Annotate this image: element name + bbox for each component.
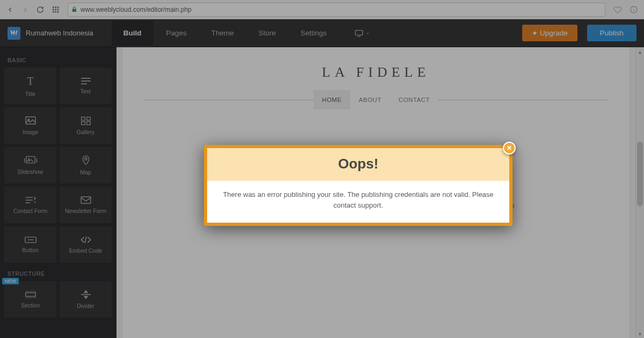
scroll-up-icon[interactable]: ▴ bbox=[636, 47, 644, 56]
device-preview-button[interactable] bbox=[348, 26, 376, 40]
sb-embed-code[interactable]: Embed Code bbox=[60, 226, 112, 263]
sb-title[interactable]: T Title bbox=[4, 68, 56, 104]
svg-rect-8 bbox=[57, 11, 58, 13]
button-icon bbox=[24, 236, 37, 244]
publish-label: Publish bbox=[600, 29, 624, 37]
code-icon bbox=[79, 236, 92, 244]
sidebar: BASIC T Title Text Image bbox=[0, 47, 116, 338]
sb-slideshow[interactable]: Slideshow bbox=[4, 147, 56, 183]
svg-rect-20 bbox=[81, 197, 91, 203]
forward-button[interactable] bbox=[19, 4, 31, 16]
modal-title: Oops! bbox=[207, 156, 509, 172]
nav-home[interactable]: HOME bbox=[313, 90, 350, 109]
nav-about[interactable]: ABOUT bbox=[350, 90, 390, 109]
close-icon: ✕ bbox=[507, 144, 512, 152]
sb-contact-form[interactable]: Contact Form bbox=[4, 187, 56, 223]
svg-rect-14 bbox=[86, 117, 90, 120]
arrow-right-icon bbox=[21, 6, 29, 13]
gallery-icon bbox=[80, 116, 91, 126]
svg-rect-0 bbox=[53, 6, 54, 8]
image-icon bbox=[25, 116, 36, 126]
modal-body: There was an error publishing your site.… bbox=[207, 181, 509, 223]
sb-newsletter-form[interactable]: Newsletter Form bbox=[60, 187, 112, 223]
info-icon[interactable] bbox=[628, 4, 640, 16]
scroll-down-icon[interactable]: ▾ bbox=[636, 329, 644, 338]
w-icon bbox=[10, 29, 18, 38]
svg-rect-6 bbox=[53, 11, 54, 13]
svg-rect-13 bbox=[81, 117, 85, 120]
apps-button[interactable] bbox=[49, 4, 61, 16]
new-badge: NEW bbox=[2, 278, 19, 284]
tab-theme[interactable]: Theme bbox=[200, 20, 246, 46]
svg-point-19 bbox=[84, 158, 86, 160]
publish-button[interactable]: Publish bbox=[587, 25, 636, 41]
tab-settings[interactable]: Settings bbox=[289, 20, 339, 46]
svg-rect-4 bbox=[55, 9, 56, 10]
svg-point-18 bbox=[28, 159, 29, 160]
scroll-track[interactable] bbox=[636, 56, 644, 329]
lightning-icon bbox=[532, 30, 538, 37]
browser-chrome: www.weeblycloud.com/editor/main.php bbox=[0, 0, 644, 19]
svg-rect-10 bbox=[355, 30, 362, 35]
mail-icon bbox=[80, 196, 92, 204]
title-icon: T bbox=[27, 75, 33, 87]
svg-rect-7 bbox=[55, 11, 56, 13]
sb-section-element[interactable]: NEW Section bbox=[4, 281, 56, 318]
page-title: LA FIDELE bbox=[123, 47, 629, 90]
map-pin-icon bbox=[81, 155, 91, 166]
reload-button[interactable] bbox=[34, 4, 46, 16]
sb-divider[interactable]: Divider bbox=[60, 281, 112, 318]
tab-build[interactable]: Build bbox=[112, 20, 153, 46]
site-name: Rumahweb Indonesia bbox=[26, 29, 93, 37]
section-icon bbox=[25, 290, 36, 299]
sb-image[interactable]: Image bbox=[4, 107, 56, 144]
page-nav: HOME ABOUT CONTACT bbox=[144, 90, 608, 110]
upgrade-label: Upgrade bbox=[540, 29, 568, 37]
chevron-down-icon bbox=[365, 31, 370, 35]
close-button[interactable]: ✕ bbox=[503, 142, 516, 155]
heart-icon[interactable] bbox=[612, 4, 624, 16]
back-button[interactable] bbox=[4, 4, 16, 16]
scroll-thumb[interactable] bbox=[637, 142, 643, 206]
top-tabs: Build Pages Theme Store Settings bbox=[112, 20, 339, 46]
lock-icon bbox=[71, 6, 77, 12]
url-bar[interactable]: www.weeblycloud.com/editor/main.php bbox=[68, 3, 605, 17]
tab-store[interactable]: Store bbox=[247, 20, 288, 46]
app-topbar: Rumahweb Indonesia Build Pages Theme Sto… bbox=[0, 19, 644, 47]
form-icon bbox=[25, 196, 36, 204]
weebly-logo[interactable] bbox=[8, 27, 20, 40]
svg-rect-3 bbox=[53, 9, 54, 10]
nav-contact[interactable]: CONTACT bbox=[390, 90, 438, 109]
desktop-icon bbox=[355, 30, 363, 37]
svg-rect-2 bbox=[57, 6, 58, 8]
tab-pages[interactable]: Pages bbox=[155, 20, 199, 46]
svg-rect-22 bbox=[25, 293, 35, 297]
svg-rect-11 bbox=[26, 117, 35, 124]
slideshow-icon bbox=[24, 156, 38, 165]
sb-gallery[interactable]: Gallery bbox=[60, 107, 112, 144]
scrollbar[interactable]: ▴ ▾ bbox=[635, 47, 644, 338]
text-icon bbox=[80, 77, 92, 85]
nav-line-right bbox=[438, 100, 608, 100]
nav-line-left bbox=[144, 100, 313, 100]
error-modal: ✕ Oops! There was an error publishing yo… bbox=[204, 145, 513, 226]
sb-button[interactable]: Button bbox=[4, 226, 56, 263]
sb-text[interactable]: Text bbox=[60, 68, 112, 104]
upgrade-button[interactable]: Upgrade bbox=[522, 25, 577, 41]
modal-header: Oops! bbox=[207, 148, 509, 181]
sb-map[interactable]: Map bbox=[60, 147, 112, 183]
svg-rect-1 bbox=[55, 6, 56, 8]
sidebar-section-basic: BASIC bbox=[8, 57, 108, 63]
svg-rect-5 bbox=[57, 9, 58, 10]
grid-icon bbox=[52, 6, 59, 13]
svg-rect-15 bbox=[81, 122, 85, 125]
svg-rect-16 bbox=[86, 122, 90, 125]
divider-icon bbox=[80, 290, 92, 299]
reload-icon bbox=[36, 6, 44, 13]
sidebar-section-structure: STRUCTURE bbox=[8, 270, 108, 277]
url-text: www.weeblycloud.com/editor/main.php bbox=[80, 6, 602, 13]
arrow-left-icon bbox=[6, 6, 14, 13]
